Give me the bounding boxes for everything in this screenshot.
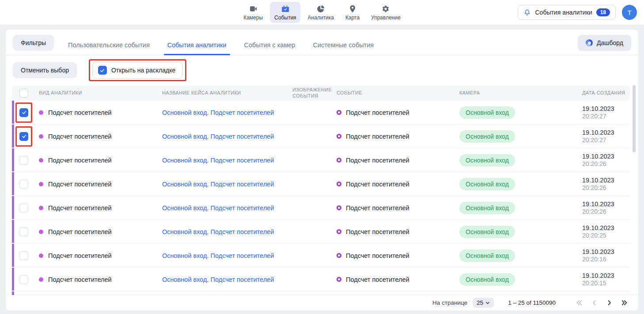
created-date: 19.10.2023 [582,248,614,255]
prev-page-button[interactable] [591,299,598,306]
select-all-checkbox[interactable] [19,89,28,98]
open-on-layout-annotation: Открыть на раскладке [92,62,183,79]
event-label: Подсчет посетителей [346,157,409,164]
events-table: ВИД АНАЛИТИКИ НАЗВАНИЕ КЕЙСА АНАЛИТИКИ И… [12,86,630,310]
analytics-case-link[interactable]: Основной вход. Подсчет посетителей [162,228,274,235]
open-on-layout-label: Открыть на раскладке [111,67,175,74]
row-checkbox[interactable] [19,108,28,117]
main-nav: Камеры События Аналитика Карта Управлени… [239,2,405,23]
created-time: 20:20:26 [582,160,606,167]
analytics-type-label: Подсчет посетителей [48,252,112,259]
col-header-created-date: ДАТА СОЗДАНИЯ [579,90,630,96]
row-checkbox[interactable] [19,275,28,284]
nav-item-map[interactable]: Карта [341,2,364,23]
camera-badge[interactable]: Основной вход [459,106,515,119]
pagination-footer: На странице 25 1 – 25 of 1150090 [6,295,638,310]
filters-button[interactable]: Фильтры [13,35,54,51]
analytics-case-link[interactable]: Основной вход. Подсчет посетителей [162,181,274,188]
map-pin-icon [348,4,357,13]
created-date: 19.10.2023 [582,105,614,112]
created-date: 19.10.2023 [582,129,614,136]
analytics-events-notifications-button[interactable]: События аналитики 18 [518,5,616,20]
first-page-button[interactable] [576,299,583,306]
event-ring-icon [337,158,341,163]
nav-item-events[interactable]: События [270,2,301,23]
tab-system-events[interactable]: Системные события [312,35,375,55]
tabs-bar: Фильтры Пользовательские события События… [6,30,638,55]
row-checkbox-annotation [19,156,28,165]
event-label: Подсчет посетителей [346,133,409,140]
analytics-type-dot-icon [39,134,43,139]
row-checkbox[interactable] [19,180,28,189]
tab-user-events[interactable]: Пользовательские события [67,35,151,55]
row-checkbox-annotation [19,227,28,236]
analytics-case-link[interactable]: Основной вход. Подсчет посетителей [162,157,274,164]
open-on-layout-button[interactable]: Открыть на раскладке [92,62,183,79]
created-time: 20:20:27 [582,113,606,120]
analytics-case-link[interactable]: Основной вход. Подсчет посетителей [162,133,274,140]
analytics-type-label: Подсчет посетителей [48,109,112,116]
per-page-select[interactable]: 25 [473,298,494,308]
created-time: 20:20:15 [582,280,606,287]
created-date: 19.10.2023 [582,153,614,160]
analytics-case-link[interactable]: Основной вход. Подсчет посетителей [162,109,274,116]
event-label: Подсчет посетителей [346,109,409,116]
camera-badge[interactable]: Основной вход [459,273,515,286]
row-checkbox[interactable] [19,251,28,260]
analytics-case-link[interactable]: Основной вход. Подсчет посетителей [162,276,274,283]
last-page-button[interactable] [621,299,628,306]
row-checkbox-annotation [19,132,28,141]
event-ring-icon [337,277,341,282]
next-page-button[interactable] [606,299,613,306]
chevron-left-icon [591,299,598,306]
col-header-case-name: НАЗВАНИЕ КЕЙСА АНАЛИТИКИ [162,90,292,96]
event-label: Подсчет посетителей [346,228,409,235]
col-header-camera: КАМЕРА [459,90,579,96]
tab-analytics-events[interactable]: События аналитики [167,35,227,55]
created-time: 20:20:27 [582,136,606,144]
pie-chart-icon [316,4,325,13]
camera-badge[interactable]: Основной вход [459,178,515,190]
analytics-case-link[interactable]: Основной вход. Подсчет посетителей [162,204,274,212]
event-ring-icon [337,253,341,258]
event-label: Подсчет посетителей [346,252,409,259]
table-row: Подсчет посетителей Основной вход. Подсч… [12,268,630,291]
row-checkbox[interactable] [19,204,28,212]
table-header: ВИД АНАЛИТИКИ НАЗВАНИЕ КЕЙСА АНАЛИТИКИ И… [12,86,630,101]
per-page-value: 25 [477,299,483,306]
camera-badge[interactable]: Основной вход [459,130,515,143]
user-avatar[interactable]: T [622,5,637,20]
row-checkbox-annotation [19,108,28,117]
tab-camera-events[interactable]: События с камер [243,35,296,55]
table-row: Подсчет посетителей Основной вход. Подсч… [12,125,630,148]
camera-badge[interactable]: Основной вход [459,154,515,166]
camera-badge[interactable]: Основной вход [459,202,515,214]
nav-item-cameras[interactable]: Камеры [239,2,267,23]
analytics-type-label: Подсчет посетителей [48,276,112,283]
dashboard-label: Дашборд [597,39,623,46]
row-checkbox[interactable] [19,132,28,141]
vertical-scrollbar[interactable] [633,85,636,152]
table-row: Подсчет посетителей Основной вход. Подсч… [12,196,630,220]
nav-item-analytics[interactable]: Аналитика [303,2,338,23]
nav-item-management[interactable]: Управление [367,2,405,23]
chevron-double-right-icon [621,299,628,306]
analytics-case-link[interactable]: Основной вход. Подсчет посетителей [162,252,274,259]
event-label: Подсчет посетителей [346,181,409,188]
notifications-count-badge: 18 [596,8,610,16]
cancel-selection-button[interactable]: Отменить выбор [13,62,77,78]
camera-badge[interactable]: Основной вход [459,250,515,262]
row-checkbox-annotation [19,275,28,284]
created-time: 20:20:26 [582,184,606,191]
nav-label: Управление [371,15,401,21]
camera-icon [249,4,258,13]
camera-badge[interactable]: Основной вход [459,226,515,238]
created-time: 20:20:26 [582,208,606,215]
row-checkbox[interactable] [19,227,28,236]
row-checkbox[interactable] [19,156,28,165]
analytics-type-dot-icon [39,230,43,234]
open-on-layout-checkbox[interactable] [98,66,107,75]
nav-label: Аналитика [308,15,334,21]
analytics-type-label: Подсчет посетителей [48,157,112,164]
dashboard-button[interactable]: Дашборд [578,35,631,51]
